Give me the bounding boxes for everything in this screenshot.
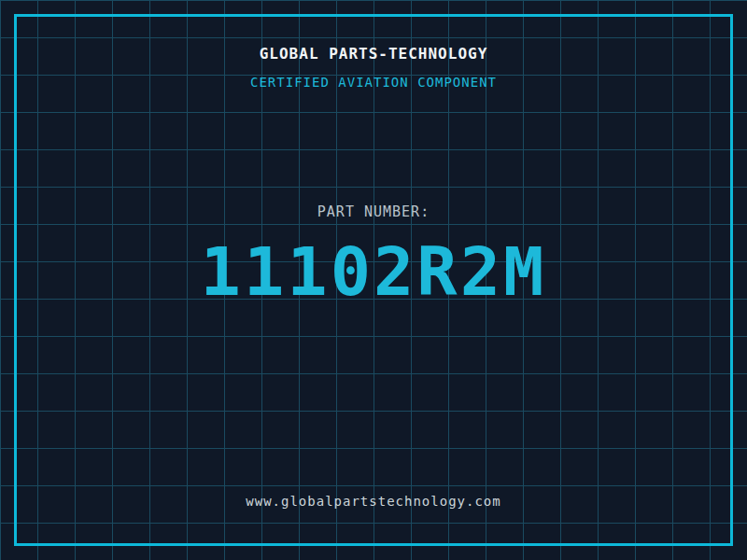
- part-number-label: PART NUMBER:: [0, 205, 747, 219]
- blueprint-part-card: { "colors": { "background": "#0f1827", "…: [0, 0, 747, 560]
- website-url: www.globalpartstechnology.com: [0, 495, 747, 508]
- certification-tagline: CERTIFIED AVIATION COMPONENT: [0, 76, 747, 89]
- company-name: GLOBAL PARTS-TECHNOLOGY: [0, 47, 747, 62]
- part-number-value: 11102R2M: [0, 238, 747, 305]
